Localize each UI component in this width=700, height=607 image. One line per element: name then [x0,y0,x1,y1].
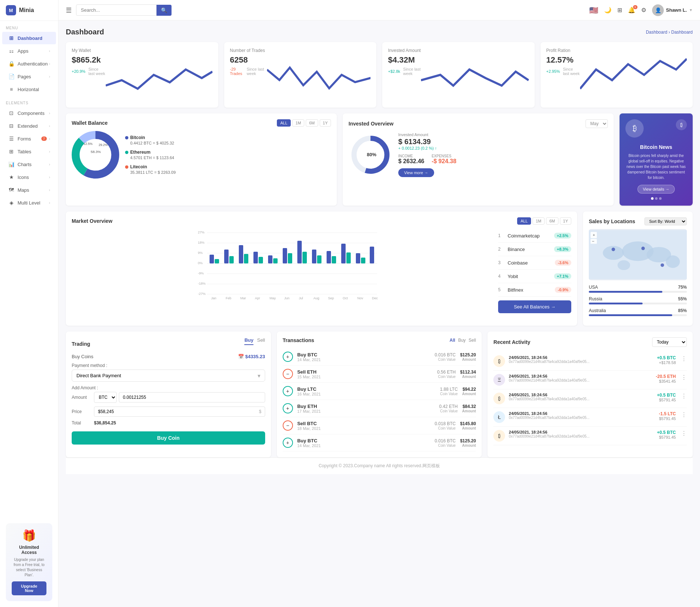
txn-item-2: − Sell ETH 15 Mar, 2021 0.56 ETH Coin Va… [283,366,476,383]
dashboard-icon: ⊞ [8,35,15,41]
svg-text:Oct: Oct [343,296,348,300]
txn-icon-4: + [283,403,293,413]
extended-chevron-icon: › [49,124,50,128]
svg-point-66 [661,263,664,267]
svg-text:Dec: Dec [372,296,378,300]
tab-all[interactable]: ALL [277,119,291,127]
sidebar-logo: M Minia [0,0,58,21]
svg-text:Jun: Jun [284,296,290,300]
notification-badge: 9 [633,5,637,9]
activity-more-icon-3[interactable]: ⋮ [681,393,687,400]
sidebar-item-charts[interactable]: 📊 Charts › [2,158,56,171]
buy-coin-button[interactable]: Buy Coin [72,431,265,445]
sidebar-item-pages[interactable]: 📄 Pages › [2,70,56,83]
txn-tab-buy[interactable]: Buy [458,338,466,343]
market-list: 1 Coinmarketcap +2.5% 2 Binance +8.3% [498,229,571,313]
bitcoin-view-details-button[interactable]: View details → [637,185,675,194]
maps-icon: 🗺 [8,187,15,193]
hamburger-icon[interactable]: ☰ [66,6,72,14]
see-all-balances-button[interactable]: See All Balances → [498,300,571,313]
stat-card-profit: Profit Ration 12.57% +2.95% Since last w… [541,42,693,108]
tab-1y[interactable]: 1Y [320,119,331,127]
upgrade-button[interactable]: Upgrade Now [12,581,46,595]
user-menu[interactable]: 👤 Shawn L. ▼ [652,4,693,16]
activity-more-icon-2[interactable]: ⋮ [681,374,687,381]
wallet-sparkline [106,48,212,102]
svg-text:58.3%: 58.3% [91,150,101,154]
activity-item-2: Ξ 24/05/2021, 18:24:56 0x77ad0099e21d4fc… [493,371,687,389]
payment-method-select[interactable]: Direct Bank Payment Credit Card PayPal [72,370,265,382]
apps-grid-icon[interactable]: ⊞ [617,7,622,14]
svg-point-63 [617,260,630,270]
svg-rect-25 [224,250,229,263]
price-input[interactable] [94,406,265,417]
sort-select[interactable]: Sort By: World Sort By: Region [644,217,687,225]
bitcoin-news-card: ₿ ₿ Bitcoin News Bitcoin prices fell sha… [620,113,693,206]
month-select[interactable]: May Jun [586,119,608,128]
sidebar-item-apps[interactable]: ⚏ Apps › [2,45,56,57]
usa-progress [589,291,662,293]
stat-profit-change: +2.95% [546,69,560,74]
notification-icon[interactable]: 🔔 9 [628,7,635,14]
sidebar-label-apps: Apps [18,48,29,54]
sidebar-item-components[interactable]: ⊡ Components › [2,107,56,119]
txn-tab-sell[interactable]: Sell [468,338,476,343]
wallet-balance-card: Wallet Balance ALL 1M 6M 1Y [66,113,337,206]
sidebar-item-multilevel[interactable]: ◈ Multi Level › [2,196,56,209]
activity-more-icon-4[interactable]: ⋮ [681,411,687,418]
avatar: 👤 [652,4,664,16]
trading-tab-buy[interactable]: Buy [244,337,253,345]
recent-activity-card: Recent Activity Today This Week ₿ 24/05/… [488,331,693,457]
svg-rect-24 [215,259,219,263]
legend-bitcoin: Bitcoin 0.4412 BTC = $ 4025.32 [125,135,176,145]
svg-text:May: May [270,296,276,300]
market-tab-all[interactable]: ALL [517,217,531,225]
flag-icon[interactable]: 🇺🇸 [589,6,598,15]
wallet-legend: Bitcoin 0.4412 BTC = $ 4025.32 Ethereum … [125,135,176,175]
market-tab-1m[interactable]: 1M [532,217,545,225]
page-title: Dashboard [66,28,104,36]
auth-chevron-icon: › [49,62,50,66]
theme-toggle-icon[interactable]: 🌙 [604,7,611,14]
sidebar-item-horizontal[interactable]: ≡ Horizontal [2,83,56,95]
market-tab-1y[interactable]: 1Y [560,217,571,225]
tab-6m[interactable]: 6M [306,119,318,127]
sidebar-item-icons[interactable]: ★ Icons › [2,171,56,183]
svg-text:−: − [592,239,595,244]
transactions-list: + Buy BTC 14 Mar, 2021 0.016 BTC Coin Va… [283,348,476,451]
svg-rect-36 [302,252,307,263]
sidebar-item-tables[interactable]: ⊞ Tables › [2,145,56,158]
search-button[interactable]: 🔍 [157,5,172,16]
menu-section-label: Menu [0,21,58,31]
activity-item-4: Ł 24/05/2021, 18:24:56 0x77ad0099e21d4fc… [493,408,687,427]
tab-1m[interactable]: 1M [292,119,304,127]
activity-list: ₿ 24/05/2021, 18:24:56 0x77ad0099e21d4fc… [493,352,687,445]
sidebar-item-dashboard[interactable]: ⊞ Dashboard [2,32,56,44]
activity-more-icon-1[interactable]: ⋮ [681,355,687,362]
amount-input[interactable] [119,392,265,402]
activity-filter-select[interactable]: Today This Week [652,337,687,347]
invested-sparkline [421,48,528,102]
sidebar-item-extended[interactable]: ⊟ Extended › [2,120,56,132]
search-input[interactable] [76,4,157,16]
bitcoin-news-text: Bitcoin prices fell sharply amid the glo… [625,153,687,180]
svg-rect-35 [297,241,302,263]
settings-icon[interactable]: ⚙ [641,7,646,14]
activity-more-icon-5[interactable]: ⋮ [681,430,687,437]
buy-coins-amount: 📅 $4335.23 [238,354,265,359]
apps-icon: ⚏ [8,48,15,54]
market-item-2: 2 Binance +8.3% [498,243,571,256]
sidebar-item-authentication[interactable]: 🔒 Authentication › [2,57,56,70]
currency-select[interactable]: BTC ETH LTC [94,392,117,403]
page-header: Dashboard Dashboard › Dashboard [66,28,693,36]
market-tab-6m[interactable]: 6M [546,217,558,225]
stat-card-wallet: My Wallet $865.2k +20.9% Since last week [66,42,218,108]
sidebar-elements-nav: ⊡ Components › ⊟ Extended › ☰ Forms 7 [0,106,58,209]
sidebar-item-maps[interactable]: 🗺 Maps › [2,184,56,196]
txn-tab-all[interactable]: All [449,338,455,343]
promo-title: Unlimited Access [12,545,46,555]
trading-tab-sell[interactable]: Sell [257,337,265,345]
sidebar-item-forms[interactable]: ☰ Forms 7 › [2,132,56,145]
view-more-button[interactable]: View more → [398,168,434,177]
sidebar-menu-nav: ⊞ Dashboard ⚏ Apps › 🔒 Authentication › [0,31,58,96]
